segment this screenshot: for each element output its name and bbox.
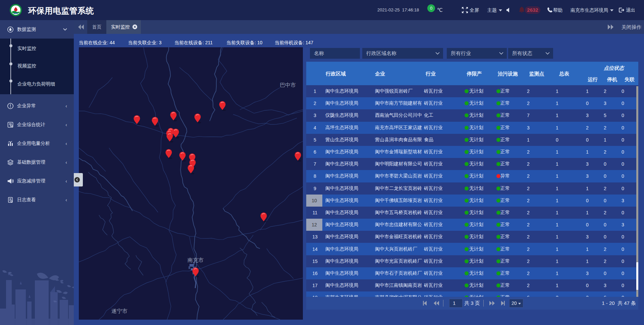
svg-text:南充市: 南充市 bbox=[187, 257, 204, 263]
svg-text:遂宁市: 遂宁市 bbox=[111, 308, 127, 314]
svg-text:巴中市: 巴中市 bbox=[280, 82, 296, 88]
